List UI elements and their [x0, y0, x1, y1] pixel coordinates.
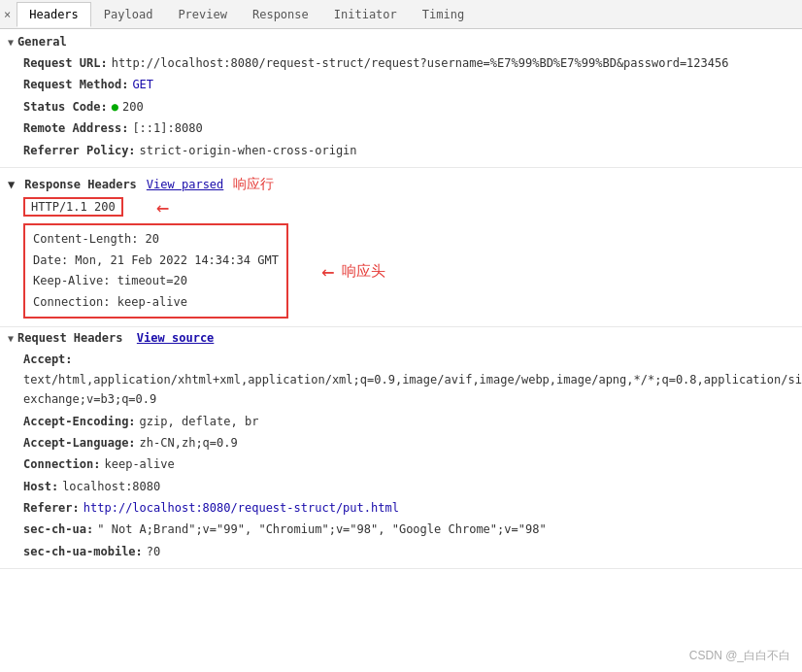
view-parsed-link[interactable]: View parsed [147, 178, 223, 191]
date-value: Mon, 21 Feb 2022 14:34:34 GMT [68, 253, 279, 267]
tab-timing[interactable]: Timing [410, 2, 477, 27]
general-section-header[interactable]: ▼ General [0, 33, 802, 50]
sec-ch-ua-value: " Not A;Brand";v="99", "Chromium";v="98"… [97, 520, 546, 539]
accept-encoding-key: Accept-Encoding: [23, 412, 136, 431]
content-length-value: 20 [138, 232, 159, 246]
connection-key: Connection: [33, 295, 110, 309]
view-source-link[interactable]: View source [137, 331, 214, 345]
resp-header-date: Date: Mon, 21 Feb 2022 14:34:34 GMT [33, 251, 279, 272]
accept-language-value: zh-CN,zh;q=0.9 [140, 433, 238, 453]
request-headers-label: Request Headers [17, 331, 122, 345]
annotation-line-label: 响应行 [233, 176, 274, 193]
req-sec-ch-ua-row: sec-ch-ua: " Not A;Brand";v="99", "Chrom… [0, 519, 802, 540]
general-request-url-row: Request URL: http://localhost:8080/reque… [0, 52, 802, 74]
host-value: localhost:8080 [62, 477, 160, 496]
request-headers-section-content: Accept: text/html,application/xhtml+xml,… [0, 347, 802, 564]
close-icon[interactable]: × [4, 8, 11, 21]
tab-bar: × Headers Payload Preview Response Initi… [0, 0, 802, 29]
request-headers-section-header[interactable]: ▼ Request Headers View source [0, 329, 802, 347]
resp-header-content-length: Content-Length: 20 [33, 229, 279, 251]
resp-header-connection: Connection: keep-alive [33, 292, 279, 314]
accept-value: text/html,application/xhtml+xml,applicat… [23, 370, 802, 410]
tab-initiator[interactable]: Initiator [321, 2, 410, 27]
req-connection-row: Connection: keep-alive [0, 454, 802, 475]
date-key: Date: [33, 253, 68, 267]
accept-language-key: Accept-Language: [23, 433, 136, 453]
status-code-key: Status Code: [23, 97, 108, 117]
request-method-key: Request Method: [23, 75, 128, 94]
sec-ch-ua-mobile-key: sec-ch-ua-mobile: [23, 542, 143, 561]
http-status-box: HTTP/1.1 200 [23, 197, 123, 217]
general-section-label: General [17, 35, 67, 49]
req-connection-key: Connection: [23, 454, 100, 474]
collapse-triangle-response: ▼ [8, 178, 15, 191]
request-method-value: GET [132, 75, 153, 94]
annotation-head-label: 响应头 [342, 262, 385, 281]
request-url-value: http://localhost:8080/request-struct/req… [112, 53, 729, 73]
content-length-key: Content-Length: [33, 232, 138, 246]
red-arrow-status: ← [156, 195, 169, 219]
tab-headers[interactable]: Headers [17, 2, 91, 27]
req-referer-row: Referer: http://localhost:8080/request-s… [0, 497, 802, 519]
response-headers-title-row: ▼ Response Headers View parsed 响应行 [0, 174, 802, 195]
remote-address-key: Remote Address: [23, 118, 128, 138]
req-sec-ch-ua-mobile-row: sec-ch-ua-mobile: ?0 [0, 541, 802, 562]
referer-key: Referer: [23, 498, 80, 518]
req-accept-row: Accept: text/html,application/xhtml+xml,… [0, 349, 802, 410]
referrer-policy-value: strict-origin-when-cross-origin [140, 141, 357, 160]
req-accept-language-row: Accept-Language: zh-CN,zh;q=0.9 [0, 432, 802, 454]
host-key: Host: [23, 477, 58, 496]
connection-value: keep-alive [110, 295, 186, 309]
tab-response[interactable]: Response [240, 2, 321, 27]
tab-payload[interactable]: Payload [91, 2, 166, 27]
response-headers-label: Response Headers [24, 178, 137, 191]
collapse-triangle-general: ▼ [8, 37, 14, 48]
req-connection-value: keep-alive [104, 454, 174, 474]
response-headers-box: Content-Length: 20 Date: Mon, 21 Feb 202… [23, 223, 288, 319]
accept-encoding-value: gzip, deflate, br [140, 412, 259, 431]
general-referrer-policy-row: Referrer Policy: strict-origin-when-cros… [0, 140, 802, 161]
status-code-value: 200 [112, 97, 144, 117]
red-arrow-headers: ← [321, 259, 334, 284]
accept-key: Accept: [23, 350, 73, 369]
keep-alive-key: Keep-Alive: [33, 274, 110, 287]
general-status-code-row: Status Code: 200 [0, 96, 802, 118]
request-headers-section: ▼ Request Headers View source Accept: te… [0, 329, 802, 569]
sec-ch-ua-key: sec-ch-ua: [23, 520, 93, 539]
req-accept-encoding-row: Accept-Encoding: gzip, deflate, br [0, 411, 802, 432]
general-request-method-row: Request Method: GET [0, 74, 802, 95]
general-remote-address-row: Remote Address: [::1]:8080 [0, 118, 802, 139]
req-host-row: Host: localhost:8080 [0, 476, 802, 497]
sec-ch-ua-mobile-value: ?0 [147, 542, 160, 561]
resp-header-keep-alive: Keep-Alive: timeout=20 [33, 271, 279, 292]
collapse-triangle-request: ▼ [8, 333, 14, 344]
response-headers-section: ▼ Response Headers View parsed 响应行 HTTP/… [0, 170, 802, 327]
response-headers-box-row: Content-Length: 20 Date: Mon, 21 Feb 202… [0, 219, 802, 322]
keep-alive-value: timeout=20 [110, 274, 186, 287]
devtools-content: ▼ General Request URL: http://localhost:… [0, 29, 802, 672]
request-url-key: Request URL: [23, 53, 108, 73]
http-status-line-row: HTTP/1.1 200 ← [0, 195, 802, 219]
general-section: ▼ General Request URL: http://localhost:… [0, 33, 802, 168]
referer-value: http://localhost:8080/request-struct/put… [84, 498, 399, 518]
general-section-content: Request URL: http://localhost:8080/reque… [0, 50, 802, 163]
tab-preview[interactable]: Preview [165, 2, 240, 27]
remote-address-value: [::1]:8080 [132, 118, 202, 138]
referrer-policy-key: Referrer Policy: [23, 141, 136, 160]
